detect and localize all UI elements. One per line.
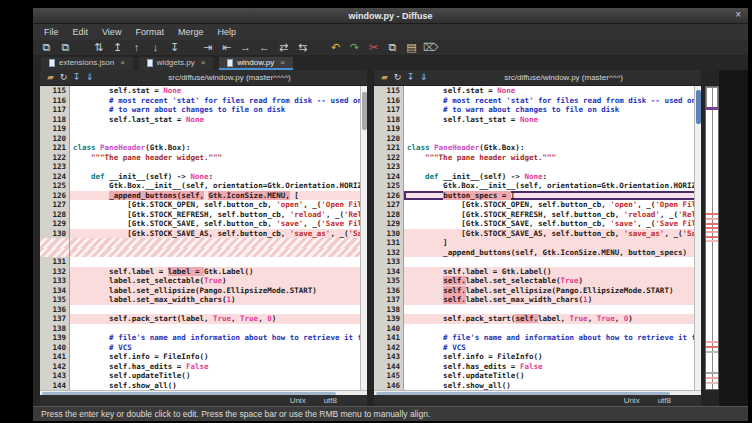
menu-item-file[interactable]: File [37,27,66,37]
code-line[interactable]: 135 label.set_max_width_chars(1) [40,295,367,305]
code-line[interactable]: 144 self.show_all() [40,381,367,391]
code-line[interactable]: 119 [374,124,701,134]
previous-difference-button[interactable]: ↑ [127,40,146,55]
new-2way-file-merge-button[interactable]: ⧉ [37,40,56,55]
code-line[interactable]: 123 [40,162,367,172]
tab-close-icon[interactable]: × [120,58,125,67]
code-line[interactable]: 129 [Gtk.STOCK_SAVE, self.button_cb, 'sa… [40,219,367,229]
save-file-icon[interactable]: ↧ [70,70,83,85]
code-line[interactable]: 144 self.has_edits = False [374,362,701,372]
horizontal-scrollbar[interactable] [40,390,367,395]
code-line[interactable]: 133 [374,257,701,267]
overview-map[interactable] [705,86,719,390]
new-3way-file-merge-button[interactable]: ⧉ [56,40,75,55]
code-line[interactable]: 122 """The pane header widget.""" [374,153,701,163]
copy-button[interactable]: ⧉ [383,40,402,55]
copy-left-into-selection-button[interactable]: → [236,40,255,55]
code-line[interactable]: 137 self.pack_start(label, True, True, 0… [40,314,367,324]
scrollbar-thumb[interactable] [362,92,367,130]
tab-window-py[interactable]: window.py× [219,57,293,70]
code-line[interactable]: 124 def __init__(self) -> None: [40,172,367,182]
undo-button[interactable]: ↶ [326,40,345,55]
last-difference-button[interactable]: ↧ [165,40,184,55]
menu-item-help[interactable]: Help [210,27,243,37]
code-line[interactable]: 142 # VCS [374,343,701,353]
close-window-button[interactable]: × [735,9,741,20]
code-line[interactable]: 131 ] [374,238,701,248]
reload-file-icon[interactable]: ↻ [391,70,404,85]
save-file-as-icon[interactable]: ⇓ [417,70,430,85]
paste-button[interactable]: ▤ [402,40,421,55]
merge-from-left-then-right-button[interactable]: ⇄ [274,40,293,55]
code-line[interactable]: 128 [Gtk.STOCK_REFRESH, self.button_cb, … [40,210,367,220]
menu-item-view[interactable]: View [95,27,128,37]
titlebar[interactable]: window.py - Diffuse × [33,8,748,24]
code-line[interactable]: 117 # to warn about changes to file on d… [374,105,701,115]
copy-selection-right-button[interactable]: ⇥ [198,40,217,55]
save-file-as-icon[interactable]: ⇓ [83,70,96,85]
code-line[interactable]: 132 self.label = label = Gtk.Label() [40,267,367,277]
code-line[interactable]: 125 Gtk.Box.__init__(self, orientation=G… [40,181,367,191]
code-line[interactable]: 126 _append_buttons(self, Gtk.IconSize.M… [40,191,367,201]
tab-widgets-py[interactable]: widgets.py× [139,57,213,70]
code-line[interactable]: 117 # to warn about changes to file on d… [40,105,367,115]
vertical-scrollbar[interactable] [694,86,701,390]
next-difference-button[interactable]: ↓ [146,40,165,55]
code-line[interactable]: 143 self.info = FileInfo() [374,352,701,362]
merge-from-right-then-left-button[interactable]: ⇆ [293,40,312,55]
code-view-left[interactable]: 115 self.stat = None116 # most recent 's… [40,86,367,390]
code-line[interactable]: 120 [40,134,367,144]
code-line[interactable] [40,248,367,258]
code-line[interactable]: 122 """The pane header widget.""" [40,153,367,163]
first-difference-button[interactable]: ↥ [108,40,127,55]
menu-item-merge[interactable]: Merge [171,27,211,37]
code-line[interactable]: 134 self.label = Gtk.Label() [374,267,701,277]
code-line[interactable]: 115 self.stat = None [374,86,701,96]
code-line[interactable]: 138 [40,324,367,334]
scrollbar-thumb[interactable] [42,392,336,395]
realign-all-button[interactable]: ⇅ [89,40,108,55]
code-view-right[interactable]: 115 self.stat = None116 # most recent 's… [374,86,701,390]
menu-item-format[interactable]: Format [128,27,171,37]
code-line[interactable]: 139 self.pack_start(self.label, True, Tr… [374,314,701,324]
code-line[interactable]: 119 [40,124,367,134]
code-line[interactable]: 138 [374,305,701,315]
copy-right-into-selection-button[interactable]: ← [255,40,274,55]
code-line[interactable]: 124 def __init__(self) -> None: [374,172,701,182]
redo-button[interactable]: ↷ [345,40,364,55]
code-line[interactable]: 142 self.has_edits = False [40,362,367,372]
code-line[interactable]: 134 label.set_ellipsize(Pango.EllipsizeM… [40,286,367,296]
code-line[interactable]: 133 label.set_selectable(True) [40,276,367,286]
code-line[interactable]: 129 [Gtk.STOCK_SAVE, self.button_cb, 'sa… [374,219,701,229]
code-line[interactable]: 130 [Gtk.STOCK_SAVE_AS, self.button_cb, … [40,229,367,239]
code-line[interactable]: 132 _append_buttons(self, Gtk.IconSize.M… [374,248,701,258]
code-line[interactable]: 131 [40,257,367,267]
code-line[interactable]: 116 # most recent 'stat' for files read … [374,96,701,106]
code-line[interactable]: 125 Gtk.Box.__init__(self, orientation=G… [374,181,701,191]
code-line[interactable]: 145 self.updateTitle() [374,371,701,381]
horizontal-scrollbar[interactable] [374,390,701,395]
code-line[interactable]: 139 # file's name and information about … [40,333,367,343]
reload-file-icon[interactable]: ↻ [57,70,70,85]
vertical-scrollbar[interactable] [360,86,367,390]
save-file-icon[interactable]: ↧ [404,70,417,85]
code-line[interactable]: 136 [40,305,367,315]
code-line[interactable]: 127 [Gtk.STOCK_OPEN, self.button_cb, 'op… [374,200,701,210]
code-line[interactable]: 123 [374,162,701,172]
code-line[interactable]: 118 self.last_stat = None [40,115,367,125]
code-line[interactable]: 118 self.last_stat = None [374,115,701,125]
code-line[interactable]: 140 # VCS [40,343,367,353]
code-line[interactable]: 120 [374,134,701,144]
code-line[interactable]: 141 self.info = FileInfo() [40,352,367,362]
code-line[interactable]: 140 [374,324,701,334]
cut-button[interactable]: ✂ [364,40,383,55]
code-line[interactable]: 126 button_specs = [ [374,191,701,201]
open-file-icon[interactable]: ▰ [44,70,57,85]
code-line[interactable]: 116 # most recent 'stat' for files read … [40,96,367,106]
code-line[interactable] [40,238,367,248]
copy-selection-left-button[interactable]: ⇤ [217,40,236,55]
code-line[interactable]: 130 [Gtk.STOCK_SAVE_AS, self.button_cb, … [374,229,701,239]
open-file-icon[interactable]: ▰ [378,70,391,85]
code-line[interactable]: 137 self.label.set_max_width_chars(1) [374,295,701,305]
scrollbar-thumb[interactable] [696,90,701,124]
